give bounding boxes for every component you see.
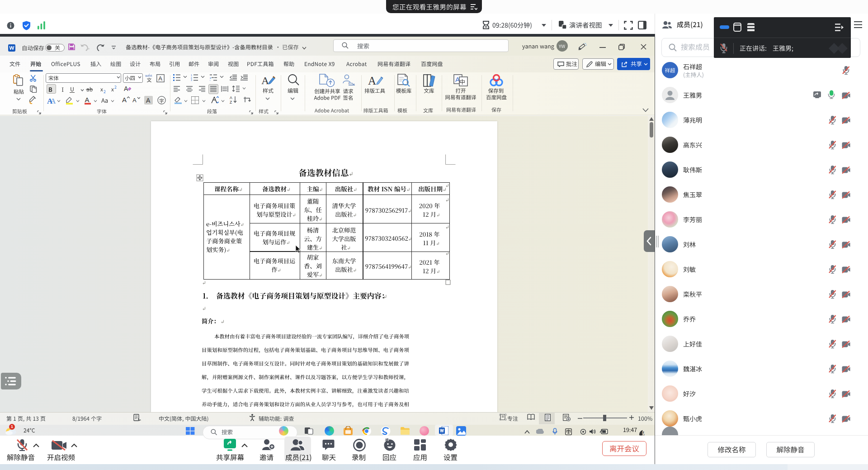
svg-text:A: A xyxy=(132,97,137,104)
svg-text:x: x xyxy=(348,81,350,85)
svg-text:A: A xyxy=(50,97,56,104)
svg-text:3: 3 xyxy=(191,79,192,81)
svg-text:A: A xyxy=(158,75,162,82)
svg-text:z: z xyxy=(643,433,645,436)
svg-text:A: A xyxy=(85,96,90,104)
svg-text:A: A xyxy=(368,75,376,87)
svg-text:i: i xyxy=(210,79,210,81)
svg-text:Z: Z xyxy=(230,100,232,104)
svg-text:A: A xyxy=(122,96,127,104)
svg-text:A: A xyxy=(261,75,269,86)
svg-text:A: A xyxy=(146,97,151,104)
svg-text:A: A xyxy=(124,85,128,92)
svg-text:A: A xyxy=(230,95,232,100)
